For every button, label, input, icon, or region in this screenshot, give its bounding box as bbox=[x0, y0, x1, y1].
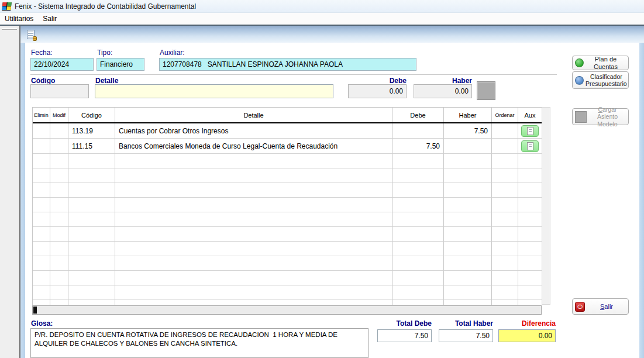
fecha-label: Fecha: bbox=[31, 49, 53, 57]
gray-square-icon bbox=[575, 111, 587, 123]
diferencia-value bbox=[498, 329, 556, 342]
diferencia-label: Diferencia bbox=[498, 319, 556, 328]
header-detalle[interactable]: Detalle bbox=[115, 108, 392, 122]
auxiliar-input[interactable] bbox=[159, 58, 416, 71]
app-icon bbox=[2, 2, 11, 11]
header-elimin[interactable]: Elimin bbox=[33, 108, 50, 122]
scrollbar-thumb[interactable] bbox=[33, 307, 37, 314]
document-icon bbox=[527, 127, 533, 135]
header-haber[interactable]: Haber bbox=[444, 108, 492, 122]
table-row-empty bbox=[33, 271, 542, 285]
total-debe-value bbox=[377, 329, 432, 342]
debe-label: Debe bbox=[348, 77, 407, 85]
green-sphere-icon bbox=[575, 58, 584, 67]
codigo-input bbox=[30, 84, 89, 98]
header-modif[interactable]: Modif bbox=[50, 108, 68, 122]
new-entry-document-icon[interactable] bbox=[26, 30, 37, 40]
window-title: Fenix - Sistema Integrado de Contabilida… bbox=[15, 2, 196, 11]
cell-detalle: Cuentas por Cobrar Otros Ingresos bbox=[115, 123, 392, 139]
glosa-label: Glosa: bbox=[31, 319, 53, 328]
codigo-label: Código bbox=[31, 77, 55, 85]
frame-edge-left bbox=[20, 43, 25, 358]
detalle-input[interactable] bbox=[95, 84, 333, 98]
header-aux[interactable]: Aux bbox=[518, 108, 542, 122]
cargar-asiento-modelo-button: Cargar Asiento Modelo bbox=[572, 108, 629, 125]
debe-input bbox=[348, 84, 407, 98]
header-debe[interactable]: Debe bbox=[392, 108, 444, 122]
cell-debe: 7.50 bbox=[392, 139, 444, 154]
toolbar bbox=[20, 26, 644, 43]
scrollbar-corner bbox=[542, 305, 550, 315]
table-row[interactable]: 113.19 Cuentas por Cobrar Otros Ingresos… bbox=[33, 123, 542, 139]
header-codigo[interactable]: Código bbox=[68, 108, 115, 122]
entry-action-button[interactable] bbox=[477, 81, 495, 100]
form-separator bbox=[30, 74, 557, 75]
table-row-empty bbox=[33, 154, 542, 168]
haber-input bbox=[414, 84, 472, 98]
table-row-empty bbox=[33, 242, 542, 256]
table-row-empty bbox=[33, 183, 542, 198]
clasificador-presupuestario-button[interactable]: Clasificador Presupuestario bbox=[572, 71, 629, 89]
dock-gripper[interactable] bbox=[2, 28, 17, 30]
table-header-row: Elimin Modif Código Detalle Debe Haber O… bbox=[33, 108, 542, 123]
tipo-input[interactable] bbox=[97, 58, 144, 71]
table-row[interactable]: 111.15 Bancos Comerciales Moneda de Curs… bbox=[33, 139, 542, 154]
table-row-empty bbox=[33, 168, 542, 183]
power-icon: ⏻ bbox=[575, 302, 585, 312]
cell-detalle: Bancos Comerciales Moneda de Curso Legal… bbox=[115, 139, 392, 154]
total-haber-label: Total Haber bbox=[439, 319, 493, 328]
entries-table: Elimin Modif Código Detalle Debe Haber O… bbox=[32, 107, 542, 305]
menu-utilitarios[interactable]: Utilitarios bbox=[0, 13, 38, 24]
cell-debe bbox=[392, 123, 444, 139]
header-ordenar[interactable]: Ordenar bbox=[492, 108, 518, 122]
auxiliar-label: Auxiliar: bbox=[160, 49, 185, 57]
tipo-label: Tipo: bbox=[97, 49, 112, 57]
table-empty-rows bbox=[33, 154, 542, 305]
table-row-empty bbox=[33, 227, 542, 242]
menu-bar: Utilitarios Salir bbox=[0, 13, 644, 25]
cell-codigo: 113.19 bbox=[68, 123, 115, 139]
total-debe-label: Total Debe bbox=[377, 319, 432, 328]
table-row-empty bbox=[33, 212, 542, 227]
cell-haber bbox=[444, 139, 492, 154]
table-row-empty bbox=[33, 300, 542, 305]
title-bar: Fenix - Sistema Integrado de Contabilida… bbox=[0, 0, 644, 13]
aux-detail-button[interactable] bbox=[521, 140, 539, 152]
total-haber-value bbox=[439, 329, 493, 342]
blue-sphere-icon bbox=[575, 76, 584, 85]
table-vertical-scrollbar[interactable] bbox=[542, 107, 550, 305]
table-horizontal-scrollbar[interactable] bbox=[32, 305, 542, 315]
table-row-empty bbox=[33, 285, 542, 300]
frame-edge-right bbox=[639, 43, 644, 358]
document-icon bbox=[527, 142, 533, 150]
table-row-empty bbox=[33, 198, 542, 212]
salir-button[interactable]: ⏻ Salir bbox=[572, 298, 629, 315]
aux-detail-button[interactable] bbox=[521, 125, 539, 137]
fecha-input[interactable] bbox=[30, 58, 94, 71]
menu-salir[interactable]: Salir bbox=[38, 13, 61, 24]
glosa-textarea[interactable]: P/R. DEPOSITO EN CUENTA ROTATIVA DE INGR… bbox=[30, 328, 369, 358]
cell-codigo: 111.15 bbox=[68, 139, 115, 154]
plan-de-cuentas-button[interactable]: Plan de Cuentas bbox=[572, 56, 629, 70]
haber-label: Haber bbox=[414, 77, 472, 85]
detalle-label: Detalle bbox=[95, 77, 118, 85]
table-row-empty bbox=[33, 256, 542, 271]
left-dock-strip bbox=[0, 26, 19, 358]
cell-haber: 7.50 bbox=[444, 123, 492, 139]
